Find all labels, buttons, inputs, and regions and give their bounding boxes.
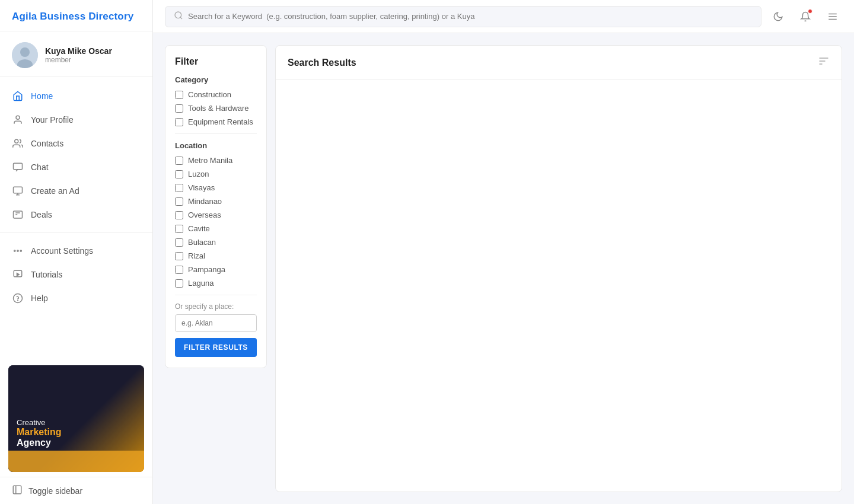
filter-title: Filter bbox=[175, 56, 257, 67]
label-mindanao: Mindanao bbox=[188, 197, 222, 206]
toggle-sidebar-label: Toggle sidebar bbox=[28, 486, 82, 496]
app-logo: Agila Business Directory bbox=[0, 0, 152, 31]
checkbox-construction[interactable] bbox=[175, 91, 183, 99]
filter-location-bulacan[interactable]: Bulacan bbox=[175, 238, 257, 247]
main-content: Filter Category Construction Tools & Har… bbox=[153, 0, 854, 504]
sidebar: Agila Business Directory Kuya Mike Oscar… bbox=[0, 0, 153, 504]
sidebar-item-create-an-ad-label: Create an Ad bbox=[31, 186, 79, 196]
svg-rect-5 bbox=[14, 163, 23, 170]
category-section-title: Category bbox=[175, 75, 257, 84]
user-profile-section: Kuya Mike Oscar member bbox=[0, 31, 152, 77]
sidebar-item-help-label: Help bbox=[31, 294, 48, 303]
svg-rect-6 bbox=[14, 187, 23, 193]
svg-line-18 bbox=[180, 17, 182, 19]
sort-icon[interactable] bbox=[818, 55, 830, 70]
content-area: Filter Category Construction Tools & Har… bbox=[153, 33, 854, 504]
svg-point-3 bbox=[16, 116, 20, 119]
label-rizal: Rizal bbox=[188, 251, 205, 260]
label-laguna: Laguna bbox=[188, 279, 214, 288]
filter-category-construction[interactable]: Construction bbox=[175, 90, 257, 99]
more-icon bbox=[12, 245, 24, 257]
checkbox-cavite[interactable] bbox=[175, 225, 183, 233]
label-construction: Construction bbox=[188, 90, 231, 99]
sidebar-item-contacts[interactable]: Contacts bbox=[0, 132, 152, 155]
label-overseas: Overseas bbox=[188, 210, 221, 219]
checkbox-visayas[interactable] bbox=[175, 184, 183, 192]
checkbox-bulacan[interactable] bbox=[175, 238, 183, 247]
filter-divider-1 bbox=[175, 133, 257, 134]
home-icon bbox=[12, 90, 24, 102]
sidebar-item-tutorials[interactable]: Tutorials bbox=[0, 263, 152, 286]
ad-text: Creative Marketing Agency bbox=[8, 410, 70, 472]
checkbox-metro-manila[interactable] bbox=[175, 157, 183, 165]
filter-results-button[interactable]: FILTER RESULTS bbox=[175, 338, 257, 357]
filter-location-mindanao[interactable]: Mindanao bbox=[175, 197, 257, 206]
checkbox-tools-hardware[interactable] bbox=[175, 104, 183, 113]
svg-point-13 bbox=[14, 294, 23, 303]
location-section-title: Location bbox=[175, 141, 257, 150]
label-equipment-rentals: Equipment Rentals bbox=[188, 117, 253, 126]
filter-divider-2 bbox=[175, 295, 257, 295]
filter-location-laguna[interactable]: Laguna bbox=[175, 279, 257, 288]
sidebar-item-help[interactable]: Help bbox=[0, 286, 152, 310]
checkbox-luzon[interactable] bbox=[175, 170, 183, 178]
create-ad-icon bbox=[12, 185, 24, 197]
checkbox-rizal[interactable] bbox=[175, 252, 183, 260]
filter-location-metro-manila[interactable]: Metro Manila bbox=[175, 156, 257, 165]
sidebar-item-create-an-ad[interactable]: Create an Ad bbox=[0, 179, 152, 203]
sidebar-item-home[interactable]: Home bbox=[0, 84, 152, 108]
filter-panel: Filter Category Construction Tools & Har… bbox=[165, 45, 267, 368]
sidebar-ad-banner[interactable]: Creative Marketing Agency bbox=[8, 365, 144, 472]
sidebar-item-tutorials-label: Tutorials bbox=[31, 270, 62, 279]
sidebar-item-contacts-label: Contacts bbox=[31, 139, 63, 148]
topbar bbox=[153, 0, 854, 33]
results-header: Search Results bbox=[276, 46, 842, 80]
label-cavite: Cavite bbox=[188, 224, 210, 233]
ad-line3: Agency bbox=[17, 438, 62, 448]
label-bulacan: Bulacan bbox=[188, 238, 216, 247]
toggle-sidebar-button[interactable]: Toggle sidebar bbox=[0, 477, 152, 504]
svg-point-4 bbox=[15, 139, 18, 143]
chat-icon bbox=[12, 161, 24, 173]
sidebar-item-deals[interactable]: Deals bbox=[0, 203, 152, 227]
label-luzon: Luzon bbox=[188, 170, 209, 178]
nav-divider bbox=[0, 232, 152, 233]
checkbox-pampanga[interactable] bbox=[175, 266, 183, 274]
filter-location-overseas[interactable]: Overseas bbox=[175, 210, 257, 219]
filter-location-pampanga[interactable]: Pampanga bbox=[175, 265, 257, 274]
specify-place-input[interactable] bbox=[175, 314, 257, 332]
user-name: Kuya Mike Oscar bbox=[45, 46, 112, 56]
checkbox-equipment-rentals[interactable] bbox=[175, 118, 183, 126]
filter-category-tools-hardware[interactable]: Tools & Hardware bbox=[175, 104, 257, 113]
svg-point-14 bbox=[18, 300, 18, 301]
search-bar[interactable] bbox=[165, 6, 761, 27]
sidebar-item-account-settings-label: Account Settings bbox=[31, 246, 93, 256]
svg-rect-7 bbox=[14, 211, 23, 218]
checkbox-laguna[interactable] bbox=[175, 279, 183, 288]
filter-location-visayas[interactable]: Visayas bbox=[175, 183, 257, 192]
svg-point-10 bbox=[20, 250, 21, 251]
filter-category-equipment-rentals[interactable]: Equipment Rentals bbox=[175, 117, 257, 126]
svg-point-17 bbox=[175, 12, 181, 18]
sidebar-item-account-settings[interactable]: Account Settings bbox=[0, 239, 152, 263]
label-metro-manila: Metro Manila bbox=[188, 156, 232, 165]
deals-icon bbox=[12, 209, 24, 221]
checkbox-overseas[interactable] bbox=[175, 211, 183, 219]
dark-mode-button[interactable] bbox=[769, 7, 788, 26]
results-panel: Search Results bbox=[275, 45, 842, 492]
filter-location-luzon[interactable]: Luzon bbox=[175, 170, 257, 178]
checkbox-mindanao[interactable] bbox=[175, 197, 183, 206]
sidebar-item-chat[interactable]: Chat bbox=[0, 155, 152, 179]
svg-rect-15 bbox=[13, 486, 21, 494]
sidebar-item-home-label: Home bbox=[31, 91, 53, 101]
menu-button[interactable] bbox=[823, 7, 842, 26]
sidebar-item-your-profile[interactable]: Your Profile bbox=[0, 108, 152, 132]
svg-marker-12 bbox=[17, 273, 20, 276]
filter-location-cavite[interactable]: Cavite bbox=[175, 224, 257, 233]
filter-location-rizal[interactable]: Rizal bbox=[175, 251, 257, 260]
topbar-actions bbox=[769, 7, 842, 26]
sidebar-item-your-profile-label: Your Profile bbox=[31, 115, 74, 125]
contacts-icon bbox=[12, 138, 24, 149]
user-icon bbox=[12, 114, 24, 126]
search-input[interactable] bbox=[188, 12, 753, 21]
